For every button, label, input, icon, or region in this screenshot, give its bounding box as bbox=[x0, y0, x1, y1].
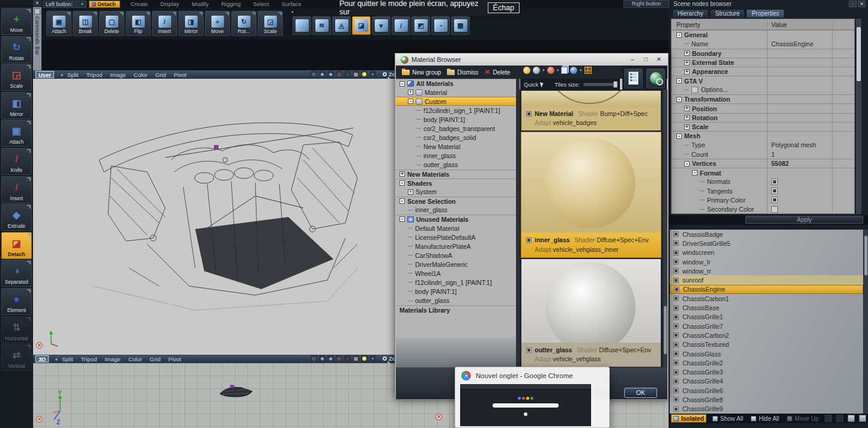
tree-item-outter-glass[interactable]: outter_glass bbox=[396, 296, 516, 305]
tree-item-inner-glass[interactable]: inner_glass bbox=[396, 206, 516, 215]
close-icon[interactable]: ✕ bbox=[652, 55, 666, 64]
submesh-detach-button[interactable]: ◪ bbox=[352, 16, 371, 35]
material-checkbox[interactable] bbox=[526, 111, 532, 117]
property-row-tangents[interactable]: Tangents bbox=[672, 186, 854, 195]
property-row-type[interactable]: TypePolygonal mesh bbox=[672, 141, 854, 150]
node-chassiscarbon2[interactable]: ChassisCarbon2 bbox=[670, 331, 863, 340]
slider-thumb[interactable] bbox=[613, 81, 618, 88]
dismiss-button[interactable]: Dismiss bbox=[447, 69, 478, 76]
submesh-weld-button[interactable]: ▦ bbox=[451, 16, 470, 35]
tool-separated[interactable]: ◑Separated bbox=[1, 260, 32, 287]
collapse-icon[interactable]: - bbox=[408, 99, 413, 104]
viewport-menu-image[interactable]: Image bbox=[110, 72, 126, 78]
menu-select[interactable]: Select bbox=[253, 1, 269, 7]
submesh-arrow-cube-button[interactable]: ▼ bbox=[372, 16, 390, 35]
expand-icon[interactable]: + bbox=[408, 90, 413, 95]
scrollbar-thumb[interactable] bbox=[664, 306, 667, 354]
menu-rigging[interactable]: Rigging bbox=[221, 1, 240, 7]
node-chassisglass[interactable]: ChassisGlass bbox=[670, 349, 863, 358]
collapse-icon[interactable]: - bbox=[399, 81, 405, 87]
visibility-checkbox[interactable] bbox=[673, 379, 679, 384]
value-checkbox[interactable] bbox=[771, 206, 778, 213]
visibility-checkbox[interactable] bbox=[673, 268, 679, 274]
close-icon[interactable]: ✕ bbox=[858, 1, 866, 7]
tree-item-outter-glass[interactable]: outter_glass bbox=[396, 160, 516, 170]
viewport-menu-pivot[interactable]: Pivot bbox=[174, 72, 186, 78]
ribbon-rot[interactable]: ↻Rot... bbox=[231, 11, 256, 36]
property-row-options[interactable]: Options... bbox=[672, 85, 854, 94]
polygons-mode-icon[interactable]: ◆ bbox=[327, 355, 334, 362]
options-checkbox[interactable] bbox=[691, 87, 698, 93]
viewport-menu-grid[interactable]: Grid bbox=[155, 72, 166, 78]
collapse-icon[interactable]: - bbox=[399, 198, 405, 204]
visibility-checkbox[interactable] bbox=[673, 351, 679, 356]
node-chassisbadge[interactable]: ChassisBadge bbox=[670, 230, 863, 239]
visibility-checkbox[interactable] bbox=[673, 259, 679, 264]
property-row-mesh[interactable]: -Mesh bbox=[672, 131, 854, 140]
tool-rotate[interactable]: ↻Rotate bbox=[1, 36, 32, 63]
tree-item-materials-library[interactable]: Materials Library bbox=[396, 305, 516, 314]
knife-tool-icon[interactable]: / bbox=[344, 355, 351, 362]
lightbulb-icon[interactable] bbox=[361, 71, 368, 78]
tree-item-unused-materials[interactable]: -Unused Materials bbox=[396, 215, 516, 224]
collapse-icon[interactable]: - bbox=[399, 180, 405, 186]
node-window-lr[interactable]: window_lr bbox=[670, 257, 863, 266]
objects-mode-icon[interactable]: ◎ bbox=[336, 71, 342, 78]
visibility-checkbox[interactable] bbox=[673, 278, 679, 283]
chevron-down-icon[interactable]: ▾ bbox=[369, 71, 376, 78]
uv-grid-icon[interactable]: ▦ bbox=[353, 355, 359, 362]
delete-button[interactable]: ✕ Delete bbox=[484, 68, 510, 76]
edges-mode-icon[interactable]: ◈ bbox=[319, 71, 326, 78]
visibility-checkbox[interactable] bbox=[673, 332, 679, 338]
menu-display[interactable]: Display bbox=[160, 1, 179, 7]
tree-item-drivermalegeneric[interactable]: DriverMaleGeneric bbox=[396, 260, 516, 269]
chevron-left-icon[interactable]: ◂ bbox=[60, 72, 62, 78]
tiles-size-slider[interactable] bbox=[583, 83, 618, 86]
node-chassisgrille3[interactable]: ChassisGrille3 bbox=[670, 367, 863, 376]
sphere-gray-icon[interactable] bbox=[533, 67, 540, 74]
tree-item-inner-glass[interactable]: inner_glass bbox=[396, 151, 516, 160]
ribbon-move[interactable]: +Move bbox=[205, 11, 230, 36]
node-chassisgrille6[interactable]: ChassisGrille6 bbox=[670, 386, 863, 395]
ribbon-break[interactable]: ◫Break bbox=[73, 11, 98, 36]
expand-icon[interactable]: + bbox=[399, 171, 405, 177]
submesh-cube-button[interactable] bbox=[293, 16, 311, 35]
polygons-mode-icon[interactable]: ◆ bbox=[327, 71, 334, 78]
visibility-checkbox[interactable] bbox=[673, 250, 679, 255]
maximize-icon[interactable]: □ bbox=[639, 55, 652, 64]
node-driverseatgrille5[interactable]: DriverSeatGrille5 bbox=[670, 239, 863, 248]
tool-detach[interactable]: ◪Detach bbox=[1, 232, 32, 259]
import-icon[interactable] bbox=[859, 415, 866, 422]
tree-item-licenseplatedefaulta[interactable]: LicensePlateDefaultA bbox=[396, 233, 516, 242]
chevron-down-icon[interactable]: ▾ bbox=[542, 68, 545, 73]
tree-item-csr2-badges-transparent[interactable]: csr2_badges_transparent bbox=[396, 124, 516, 133]
tree-item-manufacturerplatea[interactable]: ManufacturerPlateA bbox=[396, 242, 516, 251]
ok-button[interactable]: OK bbox=[624, 388, 657, 398]
expand-icon[interactable]: + bbox=[684, 69, 690, 75]
list-view-button[interactable] bbox=[624, 69, 643, 88]
node-chassiscarbon1[interactable]: ChassisCarbon1 bbox=[670, 294, 863, 303]
objects-mode-icon[interactable]: ◎ bbox=[336, 355, 342, 362]
viewport-menu-pivot[interactable]: Pivot bbox=[168, 356, 181, 362]
tab-structure[interactable]: Structure bbox=[710, 9, 745, 17]
chevron-down-icon[interactable]: ▾ bbox=[557, 68, 559, 73]
viewport-name-button[interactable]: User bbox=[35, 71, 54, 78]
ribbon-delete[interactable]: ▢Delete bbox=[99, 11, 124, 36]
left-button-dropdown[interactable]: Left button: ▾ bbox=[43, 1, 86, 8]
tool-vertical[interactable]: ⇄Vertical bbox=[1, 344, 32, 371]
property-row-scale[interactable]: +Scale bbox=[672, 122, 854, 131]
ribbon-scale[interactable]: ◲Scale bbox=[258, 11, 283, 36]
collapse-icon[interactable]: - bbox=[676, 97, 682, 102]
tool-move[interactable]: +Move bbox=[1, 8, 32, 35]
node-chassisgrille9[interactable]: ChassisGrille9 bbox=[670, 405, 863, 414]
property-row-count[interactable]: Count1 bbox=[672, 150, 854, 159]
property-row-name[interactable]: NameChassisEngine bbox=[672, 39, 854, 48]
tab-properties[interactable]: Properties bbox=[746, 9, 785, 17]
property-row-appearance[interactable]: +Appearance bbox=[672, 67, 854, 76]
apply-button[interactable]: Apply bbox=[745, 216, 863, 224]
property-row-gta-v[interactable]: -GTA V bbox=[672, 76, 854, 85]
viewport-menu-color[interactable]: Color bbox=[129, 356, 142, 362]
tree-item-custom[interactable]: -Custom bbox=[396, 97, 516, 106]
scrollbar-thumb[interactable] bbox=[864, 236, 867, 275]
viewport-menu-split[interactable]: Split bbox=[62, 356, 73, 362]
